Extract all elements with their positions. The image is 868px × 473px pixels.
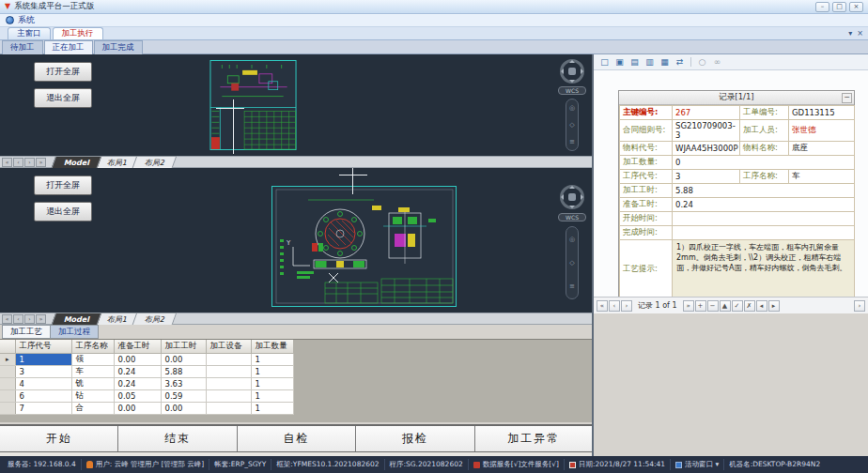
first-layout-button-1[interactable]: « xyxy=(2,158,12,167)
cell-code[interactable]: 6 xyxy=(15,389,71,402)
window-layout-icon[interactable]: □ xyxy=(598,56,611,69)
cell-equip[interactable] xyxy=(206,389,251,402)
minimize-button[interactable]: – xyxy=(815,2,829,12)
link-icon[interactable]: ∞ xyxy=(711,56,723,69)
cell-qty[interactable]: 1 xyxy=(251,377,293,389)
cancel-edit-button[interactable]: ✗ xyxy=(744,300,755,312)
subtab-completed[interactable]: 加工完成 xyxy=(94,40,143,54)
cell-prep[interactable]: 0.00 xyxy=(114,353,161,365)
orbit-icon[interactable]: ◎ xyxy=(569,236,575,243)
columns-icon[interactable]: ▦ xyxy=(659,56,671,69)
col-process-code[interactable]: 工序代号 xyxy=(15,340,71,353)
exit-fullscreen-button-2[interactable]: 退出全屏 xyxy=(34,202,92,221)
grid-view-icon[interactable]: ▥ xyxy=(643,56,656,69)
report-inspection-button[interactable]: 报检 xyxy=(356,426,474,451)
col-process-name[interactable]: 工序名称 xyxy=(71,340,114,353)
col-quantity[interactable]: 加工数量 xyxy=(251,340,293,353)
cell-work[interactable]: 3.63 xyxy=(161,377,206,389)
append-record-button[interactable]: + xyxy=(695,300,706,312)
scroll-left-button[interactable]: ◂ xyxy=(756,300,767,312)
table-row[interactable]: ▸ 1 领 0.00 0.00 1 xyxy=(0,353,293,365)
last-record-button[interactable]: » xyxy=(683,300,694,312)
cell-code[interactable]: 1 xyxy=(15,353,71,365)
refresh-icon[interactable]: ○ xyxy=(696,56,708,69)
zoom-tool-icon[interactable]: ≡ xyxy=(569,282,575,290)
table-row[interactable]: 3 车 0.24 5.88 1 xyxy=(0,365,293,377)
cell-qty[interactable]: 1 xyxy=(251,389,293,402)
next-layout-button-2[interactable]: › xyxy=(24,314,35,324)
cell-prep[interactable]: 0.05 xyxy=(114,389,161,402)
subtab-pending[interactable]: 待加工 xyxy=(2,40,43,54)
first-layout-button-2[interactable]: « xyxy=(2,314,12,324)
exit-fullscreen-button-1[interactable]: 退出全屏 xyxy=(34,88,92,108)
menu-system[interactable]: 系统 xyxy=(18,14,35,26)
tab-processing-execution[interactable]: 加工执行 xyxy=(53,27,103,39)
cell-name[interactable]: 钻 xyxy=(71,389,114,402)
table-row[interactable]: 7 合 0.00 0.00 1 xyxy=(0,402,293,414)
viewcube-control-2[interactable] xyxy=(560,185,584,209)
zoom-tool-icon[interactable]: ≡ xyxy=(569,138,575,145)
document-icon[interactable]: ▤ xyxy=(628,56,641,69)
orbit-icon[interactable]: ◎ xyxy=(569,104,575,112)
pan-icon[interactable]: ◇ xyxy=(569,121,574,129)
subtab-in-process[interactable]: 正在加工 xyxy=(44,40,93,54)
cell-name[interactable]: 铣 xyxy=(71,377,114,389)
cell-equip[interactable] xyxy=(206,365,251,377)
cell-name[interactable]: 车 xyxy=(71,365,114,377)
cell-work[interactable]: 0.00 xyxy=(161,402,206,414)
cell-work[interactable]: 0.59 xyxy=(161,389,206,402)
active-window-dropdown[interactable]: 活动窗口 ▾ xyxy=(685,460,719,469)
col-work-hours[interactable]: 加工工时 xyxy=(161,340,206,353)
maximize-button[interactable]: □ xyxy=(832,2,846,12)
self-check-button[interactable]: 自检 xyxy=(238,426,356,451)
cell-work[interactable]: 5.88 xyxy=(161,365,206,377)
tab-list-caret-icon[interactable]: ▾ xyxy=(848,29,852,38)
next-layout-button-1[interactable]: › xyxy=(24,158,35,167)
open-fullscreen-button-2[interactable]: 打开全屏 xyxy=(34,175,92,195)
cell-prep[interactable]: 0.24 xyxy=(114,365,161,377)
navigation-toolbar-1[interactable]: ◎ ◇ ≡ xyxy=(566,99,579,151)
cell-qty[interactable]: 1 xyxy=(251,365,293,377)
delete-record-button[interactable]: − xyxy=(707,300,719,312)
tab-layout2-2[interactable]: 布局2 xyxy=(132,313,178,325)
last-layout-button-1[interactable]: » xyxy=(36,158,46,167)
cascade-icon[interactable]: ▣ xyxy=(613,56,626,69)
navigation-toolbar-2[interactable]: ◎ ◇ ≡ xyxy=(566,226,579,299)
abnormal-button[interactable]: 加工异常 xyxy=(475,426,594,451)
wcs-badge-1[interactable]: WCS xyxy=(558,86,586,95)
wcs-badge-2[interactable]: WCS xyxy=(558,213,586,221)
scroll-right-button[interactable]: › xyxy=(854,300,865,312)
col-equipment[interactable]: 加工设备 xyxy=(206,340,251,353)
tab-model-1[interactable]: Model xyxy=(52,156,102,168)
tab-main-window[interactable]: 主窗口 xyxy=(8,27,51,39)
first-record-button[interactable]: « xyxy=(597,300,608,312)
start-button[interactable]: 开始 xyxy=(0,426,118,451)
cell-prep[interactable]: 0.00 xyxy=(114,402,161,414)
open-fullscreen-button-1[interactable]: 打开全屏 xyxy=(34,62,92,82)
cell-code[interactable]: 4 xyxy=(15,377,71,389)
cell-equip[interactable] xyxy=(206,353,251,365)
col-prep-hours[interactable]: 准备工时 xyxy=(114,340,161,353)
cell-prep[interactable]: 0.24 xyxy=(114,377,161,389)
refresh-record-button[interactable]: ▸ xyxy=(768,300,780,312)
end-button[interactable]: 结束 xyxy=(118,426,237,451)
cell-equip[interactable] xyxy=(206,377,251,389)
edit-record-button[interactable]: ▲ xyxy=(720,300,731,312)
cell-qty[interactable]: 1 xyxy=(251,353,293,365)
pan-icon[interactable]: ◇ xyxy=(569,259,574,267)
cell-code[interactable]: 7 xyxy=(15,402,71,414)
table-row[interactable]: 6 钻 0.05 0.59 1 xyxy=(0,389,293,402)
prev-layout-button-1[interactable]: ‹ xyxy=(13,158,23,167)
cad-viewport-2[interactable]: 打开全屏 退出全屏 xyxy=(0,168,592,313)
table-row[interactable]: 4 铣 0.24 3.63 1 xyxy=(0,377,293,389)
cell-equip[interactable] xyxy=(206,402,251,414)
prev-layout-button-2[interactable]: ‹ xyxy=(13,314,23,324)
cad-viewport-1[interactable]: 打开全屏 退出全屏 xyxy=(0,54,592,156)
swap-icon[interactable]: ⇄ xyxy=(674,56,686,69)
last-layout-button-2[interactable]: » xyxy=(36,314,46,324)
tab-machining-process[interactable]: 加工过程 xyxy=(51,325,99,339)
cell-code[interactable]: 3 xyxy=(15,365,71,377)
tab-model-2[interactable]: Model xyxy=(52,313,102,325)
cell-qty[interactable]: 1 xyxy=(251,402,293,414)
cell-work[interactable]: 0.00 xyxy=(161,353,206,365)
